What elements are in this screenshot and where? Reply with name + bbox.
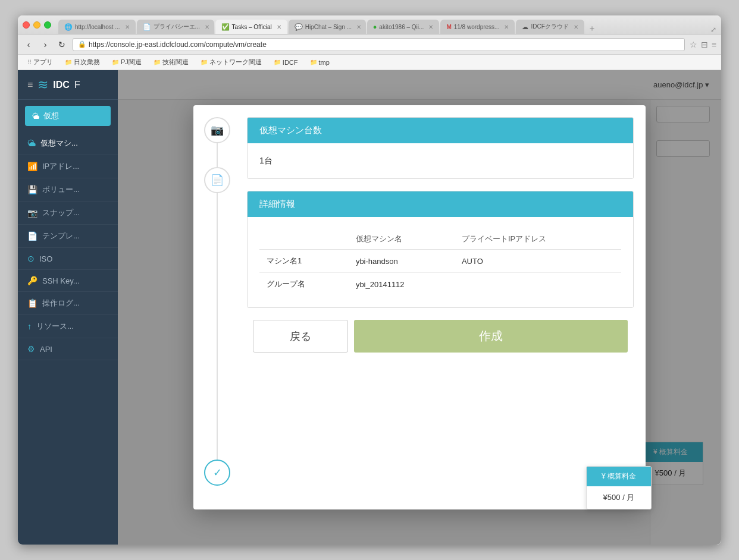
sidebar-item-sshkey[interactable]: 🔑 SSH Key... — [18, 270, 118, 292]
step-connector-1 — [217, 143, 218, 167]
refresh-button[interactable]: ↻ — [56, 39, 68, 51]
create-button[interactable]: 作成 — [354, 320, 628, 353]
content-column: 仮想マシン台数 1台 詳細情報 — [241, 117, 646, 498]
cell-group-value: ybi_20141112 — [349, 273, 455, 296]
camera-icon: 📷 — [27, 208, 37, 218]
back-nav-button[interactable]: ‹ — [23, 39, 35, 51]
sidebar-item-volume[interactable]: 💾 ボリュー... — [18, 178, 118, 202]
bookmark-star-icon[interactable]: ☆ — [690, 40, 697, 49]
bookmark-label: IDCF — [283, 59, 298, 66]
cost-popup-header: ¥ 概算料金 — [587, 467, 651, 486]
bookmark-tmp[interactable]: 📁 tmp — [305, 58, 334, 67]
modal-overlay: 📷 📄 — [118, 70, 721, 545]
sidebar-item-api[interactable]: ⚙ API — [18, 338, 118, 360]
buttons-row: 戻る 作成 — [253, 320, 628, 353]
sidebar-item-template[interactable]: 📄 テンプレ... — [18, 225, 118, 248]
api-icon: ⚙ — [27, 344, 35, 354]
resize-button[interactable]: ⤢ — [710, 26, 716, 34]
tab-label: Tasks – Official — [232, 24, 272, 30]
key-icon: 🔑 — [27, 276, 37, 285]
tab-qiita[interactable]: ● akito1986 – Qii... ✕ — [367, 20, 440, 34]
step-2: 📄 — [204, 167, 230, 193]
tab-close[interactable]: ✕ — [504, 24, 509, 30]
step-circle-1: 📷 — [204, 117, 230, 143]
bookmark-pj[interactable]: 📁 PJ関連 — [107, 56, 146, 68]
tab-mail[interactable]: M 11/8 wordpress... ✕ — [440, 20, 515, 34]
cell-group-label: グループ名 — [259, 273, 349, 296]
tab-privacy[interactable]: 📄 プライバシーエ... ✕ — [137, 20, 214, 34]
folder-icon: 📁 — [310, 59, 317, 65]
detail-info-header: 詳細情報 — [248, 191, 633, 217]
tab-label: 11/8 wordpress... — [454, 24, 500, 30]
tab-close[interactable]: ✕ — [205, 24, 209, 30]
address-input[interactable]: 🔒 https://console.jp-east.idcfcloud.com/… — [73, 38, 685, 51]
sidebar-logo-text: IDC — [53, 80, 70, 90]
tab-close[interactable]: ✕ — [125, 24, 130, 30]
log-icon: 📋 — [27, 298, 37, 308]
bookmark-label: アプリ — [33, 58, 53, 67]
step-1: 📷 — [204, 117, 230, 143]
reader-icon[interactable]: ⊟ — [701, 40, 708, 49]
table-row: グループ名 ybi_20141112 — [259, 273, 621, 296]
browser-window: 🌐 http://localhost ... ✕ 📄 プライバシーエ... ✕ … — [18, 15, 721, 545]
tab-hipchat[interactable]: 💬 HipChat – Sign ... ✕ — [289, 20, 366, 34]
sidebar-item-label: スナップ... — [42, 207, 80, 218]
detail-info-section: 詳細情報 仮想マシン名 プライベートIPアドレス — [247, 191, 634, 308]
cell-machine-ip: AUTO — [455, 250, 621, 273]
table-row: マシン名1 ybi-handson AUTO — [259, 250, 621, 273]
tab-localhost[interactable]: 🌐 http://localhost ... ✕ — [58, 20, 136, 34]
tab-label: http://localhost ... — [75, 24, 120, 30]
forward-nav-button[interactable]: › — [39, 39, 51, 51]
vm-create-button[interactable]: 🌥 仮想 — [25, 106, 111, 126]
menu-icon[interactable]: ≡ — [712, 40, 716, 49]
tab-close[interactable]: ✕ — [356, 24, 361, 30]
tab-close[interactable]: ✕ — [277, 24, 281, 30]
template-icon: 📄 — [27, 231, 37, 241]
tabs-bar: 🌐 http://localhost ... ✕ 📄 プライバシーエ... ✕ … — [58, 15, 716, 34]
bookmark-apps[interactable]: ⠿ アプリ — [23, 56, 58, 68]
tab-idcf[interactable]: ☁ IDCFクラウド ✕ — [516, 20, 584, 34]
apps-grid-icon: ⠿ — [27, 59, 32, 65]
logo-icon: ≋ — [37, 77, 48, 93]
sidebar-item-oplog[interactable]: 📋 操作ログ... — [18, 292, 118, 315]
minimize-button[interactable] — [33, 21, 40, 29]
fullscreen-button[interactable] — [44, 21, 51, 29]
sidebar-item-resource[interactable]: ↑ リソース... — [18, 315, 118, 338]
sidebar-item-iso[interactable]: ⊙ ISO — [18, 248, 118, 270]
detail-table: 仮想マシン名 プライベートIPアドレス マシン名1 ybi-handson — [259, 229, 621, 295]
address-text: https://console.jp-east.idcfcloud.com/co… — [89, 40, 267, 49]
traffic-lights — [23, 21, 51, 29]
folder-icon: 📁 — [201, 59, 208, 65]
tab-favicon: M — [446, 24, 451, 30]
cell-machine-vmname: ybi-handson — [349, 250, 455, 273]
vm-count-value: 1台 — [259, 156, 273, 165]
bookmark-idcf[interactable]: 📁 IDCF — [269, 58, 303, 67]
check-step-icon: ✓ — [213, 466, 222, 479]
tab-tasks-official[interactable]: ✅ Tasks – Official ✕ — [215, 20, 287, 34]
tab-favicon: ☁ — [522, 23, 528, 31]
step-connector-2 — [217, 193, 218, 460]
bookmark-network[interactable]: 📁 ネットワーク関連 — [196, 56, 267, 68]
tab-favicon: 📄 — [143, 23, 151, 31]
sidebar-item-label: 操作ログ... — [42, 298, 80, 309]
sidebar-item-snapshot[interactable]: 📷 スナップ... — [18, 202, 118, 225]
sidebar-item-ip[interactable]: 📶 IPアドレ... — [18, 155, 118, 178]
close-button[interactable] — [23, 21, 30, 29]
new-tab-button[interactable]: ＋ — [588, 23, 596, 34]
bookmark-daily[interactable]: 📁 日次業務 — [60, 56, 105, 68]
ip-icon: 📶 — [27, 162, 37, 171]
back-button[interactable]: 戻る — [253, 320, 348, 353]
sidebar-item-vm[interactable]: 🌥 仮想マシ... — [18, 132, 118, 155]
col-header-vmname: 仮想マシン名 — [349, 229, 455, 250]
sidebar-item-label: ボリュー... — [42, 184, 80, 195]
tab-close[interactable]: ✕ — [574, 24, 578, 30]
folder-icon: 📁 — [112, 59, 119, 65]
hamburger-icon[interactable]: ≡ — [27, 80, 33, 90]
modal: 📷 📄 — [193, 105, 646, 509]
tab-close[interactable]: ✕ — [428, 24, 433, 30]
modal-body: 📷 📄 — [193, 105, 646, 509]
cost-popup: ¥ 概算料金 ¥500 / 月 — [586, 466, 652, 509]
bookmark-tech[interactable]: 📁 技術関連 — [149, 56, 193, 68]
vm-count-header: 仮想マシン台数 — [248, 118, 633, 143]
tab-favicon: 💬 — [295, 23, 303, 31]
